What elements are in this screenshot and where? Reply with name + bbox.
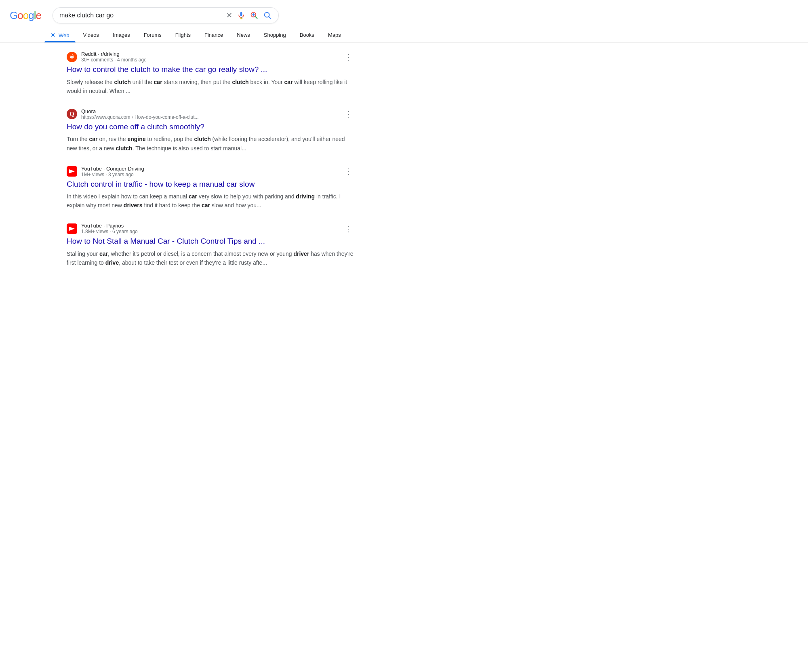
more-options-button[interactable]: ⋮ <box>343 166 354 177</box>
svg-point-11 <box>73 55 74 56</box>
svg-point-10 <box>72 57 73 57</box>
youtube-favicon <box>67 166 77 177</box>
tab-images-label: Images <box>113 32 130 38</box>
result-source-info: YouTube · Conquer Driving 1M+ views · 3 … <box>81 166 339 177</box>
source-meta: 1M+ views · 3 years ago <box>81 172 339 177</box>
svg-point-8 <box>70 56 74 59</box>
tab-forums-label: Forums <box>144 32 162 38</box>
result-snippet: In this video I explain how to can keep … <box>67 192 354 210</box>
tab-flights-label: Flights <box>175 32 191 38</box>
result-title[interactable]: Clutch control in traffic - how to keep … <box>67 179 354 190</box>
tab-news-label: News <box>237 32 250 38</box>
source-name: Quora <box>81 108 339 114</box>
result-source: Q Quora https://www.quora.com › How-do-y… <box>67 108 354 120</box>
tab-web-label: Web <box>59 32 69 38</box>
result-source: YouTube · Conquer Driving 1M+ views · 3 … <box>67 166 354 177</box>
image-search-button[interactable] <box>250 11 258 19</box>
youtube-favicon <box>67 223 77 234</box>
nav-tabs: ✕ Web Videos Images Forums Flights Finan… <box>0 27 808 43</box>
source-meta: 1.8M+ views · 6 years ago <box>81 229 339 234</box>
svg-rect-0 <box>240 12 242 16</box>
tab-news[interactable]: News <box>231 27 256 42</box>
source-meta: 30+ comments · 4 months ago <box>81 57 339 63</box>
svg-line-6 <box>269 17 271 19</box>
tab-finance[interactable]: Finance <box>198 27 229 42</box>
tab-shopping-label: Shopping <box>264 32 286 38</box>
result-title[interactable]: How do you come off a clutch smoothly? <box>67 122 354 133</box>
quora-favicon: Q <box>67 109 77 119</box>
result-source-info: Quora https://www.quora.com › How-do-you… <box>81 108 339 120</box>
header: Google ✕ <box>0 0 808 27</box>
search-input[interactable] <box>59 12 222 19</box>
result-item: YouTube · Paynos 1.8M+ views · 6 years a… <box>67 223 354 267</box>
logo-letter-g2: g <box>28 9 34 22</box>
tab-maps[interactable]: Maps <box>322 27 347 42</box>
svg-line-4 <box>255 17 257 19</box>
logo-letter-o1: o <box>17 9 23 22</box>
result-snippet: Slowly release the clutch until the car … <box>67 78 354 95</box>
tab-web[interactable]: ✕ Web <box>44 27 76 42</box>
logo-letter-o2: o <box>23 9 28 22</box>
result-title[interactable]: How to Not Stall a Manual Car - Clutch C… <box>67 236 354 247</box>
more-options-button[interactable]: ⋮ <box>343 108 354 120</box>
search-button[interactable] <box>263 11 272 20</box>
tab-videos[interactable]: Videos <box>77 27 105 42</box>
more-options-button[interactable]: ⋮ <box>343 223 354 234</box>
search-bar: ✕ <box>53 7 279 23</box>
result-snippet: Stalling your car, whether it's petrol o… <box>67 249 354 267</box>
tab-flights[interactable]: Flights <box>169 27 197 42</box>
source-name: YouTube · Paynos <box>81 223 339 229</box>
more-options-button[interactable]: ⋮ <box>343 51 354 63</box>
reddit-favicon <box>67 52 77 62</box>
svg-point-9 <box>71 57 72 57</box>
result-title[interactable]: How to control the clutch to make the ca… <box>67 64 354 75</box>
result-item: Reddit · r/driving 30+ comments · 4 mont… <box>67 51 354 95</box>
logo-letter-g: G <box>10 9 17 22</box>
tab-images[interactable]: Images <box>107 27 136 42</box>
source-name: YouTube · Conquer Driving <box>81 166 339 172</box>
tab-videos-label: Videos <box>83 32 99 38</box>
search-icon-group: ✕ <box>226 11 272 20</box>
logo-letter-e: e <box>36 9 41 22</box>
google-logo[interactable]: Google <box>10 9 41 22</box>
tab-books[interactable]: Books <box>294 27 320 42</box>
tab-maps-label: Maps <box>328 32 341 38</box>
search-results: Reddit · r/driving 30+ comments · 4 mont… <box>0 43 364 288</box>
result-source-info: Reddit · r/driving 30+ comments · 4 mont… <box>81 51 339 63</box>
clear-button[interactable]: ✕ <box>226 11 232 20</box>
svg-marker-14 <box>69 169 75 173</box>
result-item: YouTube · Conquer Driving 1M+ views · 3 … <box>67 166 354 210</box>
voice-search-button[interactable] <box>237 11 245 19</box>
tab-shopping[interactable]: Shopping <box>258 27 292 42</box>
tab-forums[interactable]: Forums <box>138 27 168 42</box>
tab-web-x-icon: ✕ <box>50 32 55 38</box>
result-source: YouTube · Paynos 1.8M+ views · 6 years a… <box>67 223 354 234</box>
tab-books-label: Books <box>300 32 314 38</box>
result-snippet: Turn the car on, rev the engine to redli… <box>67 135 354 152</box>
tab-finance-label: Finance <box>204 32 223 38</box>
svg-point-12 <box>69 55 70 56</box>
source-name: Reddit · r/driving <box>81 51 339 57</box>
result-source: Reddit · r/driving 30+ comments · 4 mont… <box>67 51 354 63</box>
source-url: https://www.quora.com › How-do-you-come-… <box>81 114 339 120</box>
svg-marker-15 <box>69 227 75 231</box>
result-item: Q Quora https://www.quora.com › How-do-y… <box>67 108 354 153</box>
result-source-info: YouTube · Paynos 1.8M+ views · 6 years a… <box>81 223 339 234</box>
svg-point-13 <box>72 54 73 55</box>
